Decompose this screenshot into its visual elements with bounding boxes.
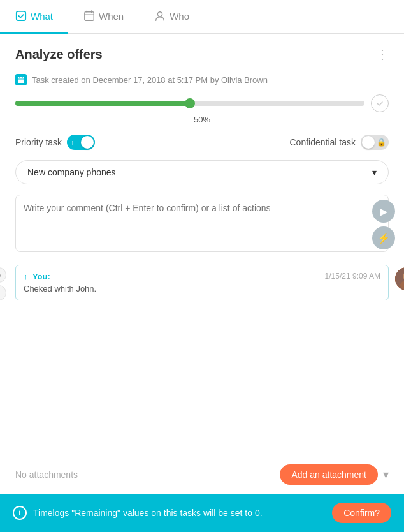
attachments-chevron-icon[interactable]: ▾ (383, 468, 389, 482)
who-icon (154, 10, 166, 22)
priority-arrow-icon: ↑ (71, 139, 74, 146)
task-meta: Task created on December 17, 2018 at 5:1… (15, 74, 389, 85)
progress-row (15, 94, 389, 112)
flash-icon: ⚡ (377, 232, 390, 244)
edit-icon: ✎ (0, 271, 2, 279)
category-dropdown[interactable]: New company phones ▾ (15, 160, 389, 184)
priority-toggle[interactable]: ↑ (67, 135, 95, 150)
dropdown-chevron-icon: ▾ (372, 167, 377, 177)
svg-rect-0 (17, 11, 25, 20)
progress-check-icon[interactable] (371, 94, 389, 112)
svg-rect-3 (18, 77, 24, 83)
tabs-bar: What When Who (0, 0, 404, 34)
tab-who[interactable]: Who (139, 0, 205, 34)
more-options-icon[interactable]: ⋮ (376, 47, 389, 62)
comment-flash-button[interactable]: ⚡ (372, 226, 395, 249)
progress-bar-fill (15, 101, 190, 106)
comment-text: Cheked whith John. (24, 284, 380, 293)
tab-when[interactable]: When (68, 0, 139, 34)
comment-side-actions: ✎ ⋮ (0, 267, 6, 300)
bottom-notification-bar: i Timelogs "Remaining" values on this ta… (0, 494, 404, 532)
progress-label: 50% (15, 115, 389, 124)
confidential-knob (362, 136, 375, 149)
comment-area-wrapper: ▶ ⚡ (15, 195, 389, 255)
comment-action-buttons: ▶ ⚡ (372, 200, 395, 249)
task-meta-text: Task created on December 17, 2018 at 5:1… (32, 75, 268, 85)
tab-what[interactable]: What (0, 0, 68, 34)
progress-thumb (185, 98, 195, 108)
confidential-label: Confidential task (289, 137, 356, 147)
avatar (395, 267, 404, 290)
tab-what-label: What (31, 11, 53, 22)
confidential-group: Confidential task 🔒 (289, 135, 389, 150)
what-icon (15, 10, 27, 22)
comment-entry-wrapper: ✎ ⋮ ↑ You: 1/15/21 9:09 AM Cheked whith … (15, 265, 389, 300)
attachment-actions: Add an attachment ▾ (280, 464, 389, 485)
tab-when-label: When (99, 11, 124, 22)
comment-edit-button[interactable]: ✎ (0, 267, 6, 283)
confidential-lock-icon: 🔒 (377, 138, 386, 147)
progress-bar-wrapper[interactable] (15, 101, 364, 106)
attachments-bar: No attachments Add an attachment ▾ (0, 455, 404, 494)
info-icon: i (13, 506, 27, 520)
comment-delete-button[interactable]: ⋮ (0, 285, 6, 300)
priority-label: Priority task (15, 137, 62, 147)
comment-header: ↑ You: 1/15/21 9:09 AM (24, 272, 380, 281)
comment-time: 1/15/21 9:09 AM (325, 272, 380, 281)
add-attachment-button[interactable]: Add an attachment (280, 464, 378, 485)
delete-icon: ⋮ (0, 289, 3, 297)
confirm-button[interactable]: Confirm? (332, 503, 391, 523)
when-icon (83, 10, 95, 22)
comment-entry: ↑ You: 1/15/21 9:09 AM Cheked whith John… (15, 265, 389, 300)
comment-send-button[interactable]: ▶ (372, 200, 395, 223)
page-title: Analyze offers (15, 47, 103, 62)
title-divider (15, 66, 389, 66)
svg-point-2 (158, 12, 162, 17)
toggle-row: Priority task ↑ Confidential task 🔒 (15, 135, 389, 150)
main-content: Analyze offers ⋮ Task created on Decembe… (0, 34, 404, 321)
tab-who-label: Who (170, 11, 189, 22)
notification-message: Timelogs "Remaining" values on this task… (33, 508, 263, 518)
priority-knob (81, 136, 94, 149)
notification-text-group: i Timelogs "Remaining" values on this ta… (13, 506, 263, 520)
comment-input[interactable] (15, 195, 389, 252)
comment-author: ↑ You: (24, 272, 50, 281)
dropdown-value: New company phones (27, 167, 116, 177)
priority-group: Priority task ↑ (15, 135, 95, 150)
task-calendar-icon (15, 74, 27, 85)
avatar-image (395, 267, 404, 290)
confidential-toggle[interactable]: 🔒 (361, 135, 389, 150)
upvote-icon: ↑ (24, 272, 28, 281)
svg-rect-1 (85, 12, 94, 21)
send-icon: ▶ (380, 205, 387, 218)
no-attachments-label: No attachments (15, 469, 78, 480)
title-row: Analyze offers ⋮ (15, 47, 389, 62)
